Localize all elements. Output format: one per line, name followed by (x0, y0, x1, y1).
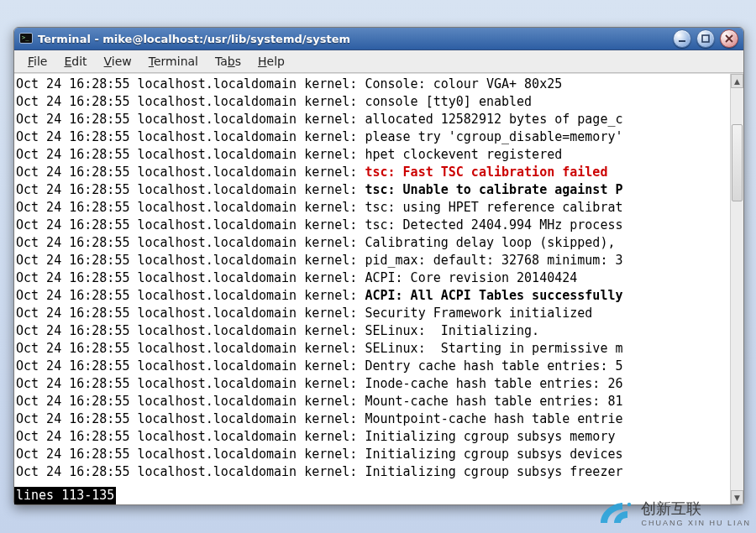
log-line: Oct 24 16:28:55 localhost.localdomain ke… (16, 375, 728, 393)
scrollbar-down[interactable]: ▼ (731, 490, 743, 504)
log-line: Oct 24 16:28:55 localhost.localdomain ke… (16, 305, 728, 322)
log-line: Oct 24 16:28:55 localhost.localdomain ke… (16, 111, 728, 128)
minimize-button[interactable] (673, 29, 691, 48)
log-line: Oct 24 16:28:55 localhost.localdomain ke… (16, 93, 728, 111)
svg-rect-3 (702, 35, 709, 42)
watermark-sub: CHUANG XIN HU LIAN (641, 519, 751, 527)
close-button[interactable] (720, 29, 738, 48)
log-line: Oct 24 16:28:55 localhost.localdomain ke… (16, 269, 728, 287)
scrollbar-thumb[interactable] (732, 124, 743, 201)
terminal-region: Oct 24 16:28:55 localhost.localdomain ke… (14, 73, 743, 504)
desktop: >_ Terminal - mike@localhost:/usr/lib/sy… (0, 0, 756, 533)
svg-text:>_: >_ (22, 34, 29, 41)
log-line: Oct 24 16:28:55 localhost.localdomain ke… (16, 217, 728, 234)
log-line: Oct 24 16:28:55 localhost.localdomain ke… (16, 340, 728, 358)
maximize-button[interactable] (696, 29, 715, 48)
menu-tabs[interactable]: Tabs (207, 50, 249, 72)
log-line: Oct 24 16:28:55 localhost.localdomain ke… (16, 410, 728, 428)
log-line: Oct 24 16:28:55 localhost.localdomain ke… (16, 234, 728, 252)
titlebar[interactable]: >_ Terminal - mike@localhost:/usr/lib/sy… (14, 28, 743, 50)
terminal-output[interactable]: Oct 24 16:28:55 localhost.localdomain ke… (14, 74, 730, 504)
log-line: Oct 24 16:28:55 localhost.localdomain ke… (16, 76, 728, 93)
log-line: Oct 24 16:28:55 localhost.localdomain ke… (16, 181, 728, 199)
log-line: Oct 24 16:28:55 localhost.localdomain ke… (16, 128, 728, 146)
log-line: Oct 24 16:28:55 localhost.localdomain ke… (16, 428, 728, 446)
menu-terminal[interactable]: Terminal (140, 50, 207, 72)
menu-file[interactable]: File (19, 50, 55, 72)
window-title: Terminal - mike@localhost:/usr/lib/syste… (38, 33, 350, 45)
terminal-window: >_ Terminal - mike@localhost:/usr/lib/sy… (13, 27, 744, 505)
log-line: Oct 24 16:28:55 localhost.localdomain ke… (16, 358, 728, 375)
log-line: Oct 24 16:28:55 localhost.localdomain ke… (16, 322, 728, 340)
log-line: Oct 24 16:28:55 localhost.localdomain ke… (16, 463, 728, 481)
svg-rect-2 (679, 40, 685, 42)
log-line: Oct 24 16:28:55 localhost.localdomain ke… (16, 446, 728, 463)
menu-edit[interactable]: Edit (55, 50, 95, 72)
terminal-icon: >_ (19, 32, 33, 45)
log-line: Oct 24 16:28:55 localhost.localdomain ke… (16, 164, 728, 181)
log-line: Oct 24 16:28:55 localhost.localdomain ke… (16, 252, 728, 269)
menubar: File Edit View Terminal Tabs Help (14, 50, 743, 73)
scrollbar-up[interactable]: ▲ (731, 74, 743, 88)
log-line: Oct 24 16:28:55 localhost.localdomain ke… (16, 146, 728, 164)
pager-status: lines 113-135 (14, 487, 116, 504)
log-line: Oct 24 16:28:55 localhost.localdomain ke… (16, 199, 728, 217)
menu-view[interactable]: View (96, 50, 140, 72)
menu-help[interactable]: Help (249, 50, 293, 72)
log-line: Oct 24 16:28:55 localhost.localdomain ke… (16, 287, 728, 305)
scrollbar[interactable]: ▲ ▼ (730, 74, 743, 504)
log-line: Oct 24 16:28:55 localhost.localdomain ke… (16, 393, 728, 410)
